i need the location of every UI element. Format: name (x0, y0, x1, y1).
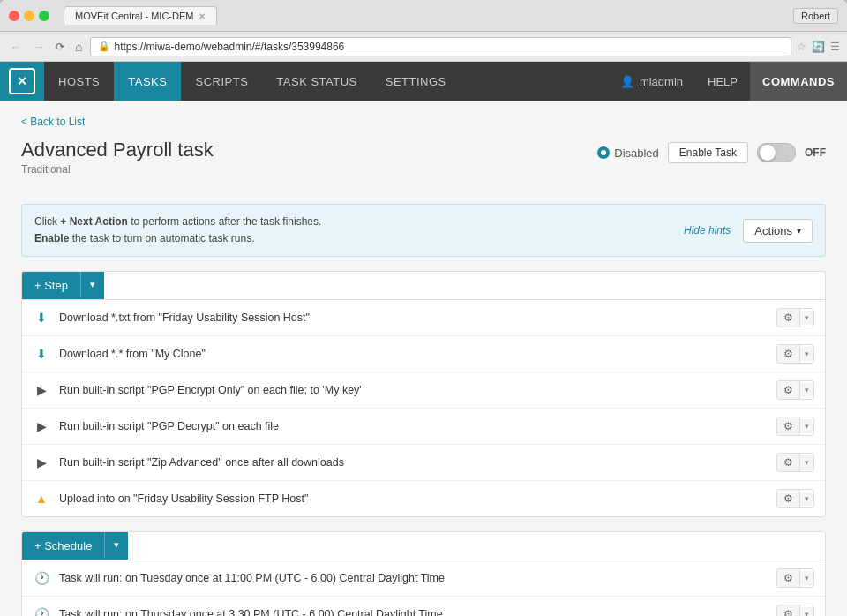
gear-icon: ⚙ (777, 454, 800, 471)
browser-tab[interactable]: MOVEit Central - MIC-DEM ✕ (64, 6, 217, 25)
hints-bold-1: + Next Action (60, 215, 128, 228)
step-gear-button[interactable]: ⚙ ▾ (776, 308, 814, 327)
title-bar: MOVEit Central - MIC-DEM ✕ Robert (0, 0, 847, 32)
nav-commands[interactable]: COMMANDS (750, 62, 847, 101)
hide-hints-link[interactable]: Hide hints (684, 224, 731, 237)
steps-section-header: + Step ▾ (22, 272, 825, 300)
nav-hosts[interactable]: HOSTS (44, 62, 114, 101)
page-header: Advanced Payroll task Traditional (21, 139, 214, 176)
schedule-expand-button[interactable]: ▾ (104, 532, 128, 558)
clock-icon: 🕐 (33, 607, 50, 616)
gear-chevron-icon: ▾ (800, 311, 813, 325)
forward-nav-button[interactable]: → (30, 40, 48, 54)
download-icon: ⬇ (33, 311, 50, 325)
nav-settings[interactable]: SETTINGS (371, 62, 461, 101)
close-button[interactable] (9, 11, 19, 21)
gear-icon: ⚙ (777, 605, 800, 616)
add-schedule-button[interactable]: + Schedule (22, 532, 104, 560)
url-bar[interactable]: 🔒 https://miwa-demo/webadmin/#/tasks/353… (90, 37, 791, 56)
upload-icon: ▲ (33, 492, 50, 506)
page-subtitle: Traditional (21, 163, 214, 176)
download-icon: ⬇ (33, 347, 50, 361)
gear-icon: ⚙ (777, 417, 800, 435)
nav-username: miadmin (640, 75, 683, 88)
toggle-label: OFF (805, 146, 826, 159)
nav-task-status[interactable]: TASK STATUS (262, 62, 371, 101)
gear-icon: ⚙ (777, 490, 800, 507)
step-gear-button[interactable]: ⚙ ▾ (776, 453, 814, 472)
nav-right: 👤 miadmin HELP COMMANDS (608, 62, 847, 101)
back-nav-button[interactable]: ← (7, 40, 25, 54)
nav-tasks[interactable]: TASKS (114, 62, 181, 101)
home-button[interactable]: ⌂ (72, 40, 85, 54)
steps-expand-button[interactable]: ▾ (80, 272, 104, 297)
step-gear-button[interactable]: ⚙ ▾ (776, 489, 814, 508)
step-gear-button[interactable]: ⚙ ▾ (776, 380, 814, 400)
run-icon: ▶ (33, 383, 50, 397)
step-item: ▶ Run built-in script "Zip Advanced" onc… (22, 445, 825, 481)
run-icon: ▶ (33, 419, 50, 433)
hints-right: Hide hints Actions ▾ (684, 219, 813, 243)
gear-icon: ⚙ (777, 381, 800, 399)
status-label: Disabled (614, 146, 659, 160)
step-text: Download *.txt from "Friday Usability Se… (59, 312, 768, 324)
menu-icon[interactable]: ☰ (830, 41, 840, 53)
gear-chevron-icon: ▾ (800, 492, 813, 506)
back-to-list-link[interactable]: Back to List (21, 116, 85, 128)
page-title: Advanced Payroll task (21, 139, 214, 162)
step-item: ▲ Upload into on "Friday Usability Sessi… (22, 481, 825, 516)
schedule-gear-button[interactable]: ⚙ ▾ (776, 605, 814, 616)
run-icon: ▶ (33, 455, 50, 470)
step-item: ▶ Run built-in script "PGP Decrypt" on e… (22, 409, 825, 445)
schedule-text: Task will run: on Tuesday once at 11:00 … (59, 572, 768, 584)
step-gear-button[interactable]: ⚙ ▾ (776, 344, 814, 364)
hints-bar: Click + Next Action to perform actions a… (21, 204, 826, 257)
gear-chevron-icon: ▾ (800, 347, 813, 361)
maximize-button[interactable] (39, 11, 49, 21)
tab-close-icon[interactable]: ✕ (199, 11, 206, 21)
task-status-controls: Disabled Enable Task OFF (597, 142, 826, 163)
schedule-gear-button[interactable]: ⚙ ▾ (776, 568, 814, 588)
traffic-lights (9, 11, 49, 21)
minimize-button[interactable] (24, 11, 34, 21)
logo-icon: ✕ (9, 68, 35, 94)
user-account-button[interactable]: Robert (793, 8, 838, 24)
schedule-item: 🕐 Task will run: on Tuesday once at 11:0… (22, 560, 825, 597)
gear-icon: ⚙ (777, 569, 800, 587)
page-header-row: Advanced Payroll task Traditional Disabl… (21, 139, 826, 190)
gear-chevron-icon: ▾ (800, 455, 813, 470)
step-text: Run built-in script "PGP Encrypt Only" o… (59, 384, 768, 396)
schedule-section: + Schedule ▾ 🕐 Task will run: on Tuesday… (21, 531, 826, 616)
steps-header-left: + Step ▾ (22, 272, 104, 299)
step-gear-button[interactable]: ⚙ ▾ (776, 417, 814, 436)
refresh-button[interactable]: ⟳ (53, 41, 67, 53)
chevron-down-icon: ▾ (797, 226, 801, 236)
bookmark-icon[interactable]: ☆ (797, 41, 806, 53)
nav-user[interactable]: 👤 miadmin (608, 62, 695, 101)
gear-icon: ⚙ (777, 309, 800, 327)
schedule-text: Task will run: on Thursday once at 3:30 … (59, 608, 768, 616)
user-icon: 👤 (620, 75, 634, 88)
url-text: https://miwa-demo/webadmin/#/tasks/35399… (114, 41, 783, 53)
tab-bar: MOVEit Central - MIC-DEM ✕ (56, 6, 786, 25)
refresh-ssl-icon[interactable]: 🔄 (812, 41, 825, 53)
toggle-switch[interactable] (757, 143, 796, 162)
steps-section: + Step ▾ ⬇ Download *.txt from "Friday U… (21, 271, 826, 517)
step-text: Upload into on "Friday Usability Session… (59, 492, 768, 505)
nav-scripts[interactable]: SCRIPTS (181, 62, 262, 101)
status-indicator (597, 146, 610, 159)
app-navigation: ✕ HOSTS TASKS SCRIPTS TASK STATUS SETTIN… (0, 62, 847, 101)
step-text: Run built-in script "Zip Advanced" once … (59, 456, 768, 469)
app-logo[interactable]: ✕ (0, 62, 44, 101)
schedule-item: 🕐 Task will run: on Thursday once at 3:3… (22, 597, 825, 616)
add-schedule-label: + Schedule (34, 539, 92, 552)
nav-help[interactable]: HELP (695, 62, 750, 101)
step-item: ⬇ Download *.txt from "Friday Usability … (22, 300, 825, 336)
step-item: ⬇ Download *.* from "My Clone" ⚙ ▾ (22, 336, 825, 372)
add-step-button[interactable]: + Step (22, 272, 80, 299)
actions-button[interactable]: Actions ▾ (743, 219, 813, 243)
disabled-badge: Disabled (597, 146, 659, 160)
enable-task-button[interactable]: Enable Task (668, 142, 748, 163)
step-item: ▶ Run built-in script "PGP Encrypt Only"… (22, 372, 825, 409)
toggle-knob (760, 145, 776, 161)
